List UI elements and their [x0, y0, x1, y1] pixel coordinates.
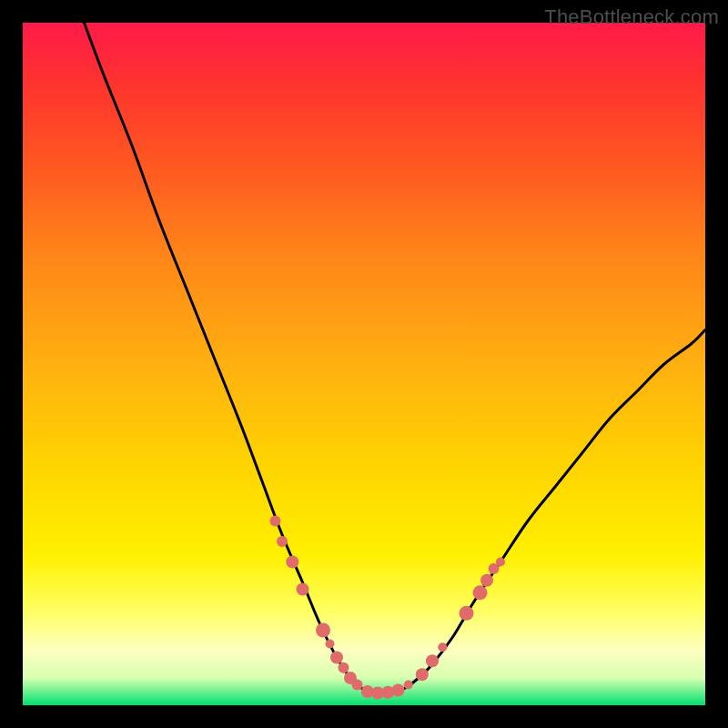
- highlight-dot-group: [270, 516, 506, 700]
- highlight-dot: [496, 558, 505, 567]
- chart-plot-area: [23, 23, 705, 705]
- highlight-dot: [339, 662, 349, 673]
- highlight-dot: [286, 556, 298, 569]
- bottleneck-curve: [85, 23, 706, 693]
- highlight-dot: [326, 640, 335, 649]
- highlight-dot: [404, 681, 413, 690]
- highlight-dot: [297, 583, 309, 596]
- highlight-dot: [316, 623, 330, 638]
- highlight-dot: [426, 654, 439, 667]
- highlight-dot: [352, 680, 363, 691]
- highlight-dot: [460, 606, 474, 621]
- highlight-dot: [438, 642, 447, 652]
- highlight-dot: [473, 585, 488, 600]
- highlight-dot: [330, 652, 343, 664]
- highlight-dot: [277, 536, 288, 547]
- highlight-dot: [392, 684, 405, 697]
- chart-svg: [23, 23, 705, 705]
- highlight-dot: [416, 668, 429, 681]
- watermark-text: TheBottleneck.com: [544, 5, 719, 29]
- highlight-dot: [270, 516, 281, 527]
- highlight-dot: [480, 574, 493, 587]
